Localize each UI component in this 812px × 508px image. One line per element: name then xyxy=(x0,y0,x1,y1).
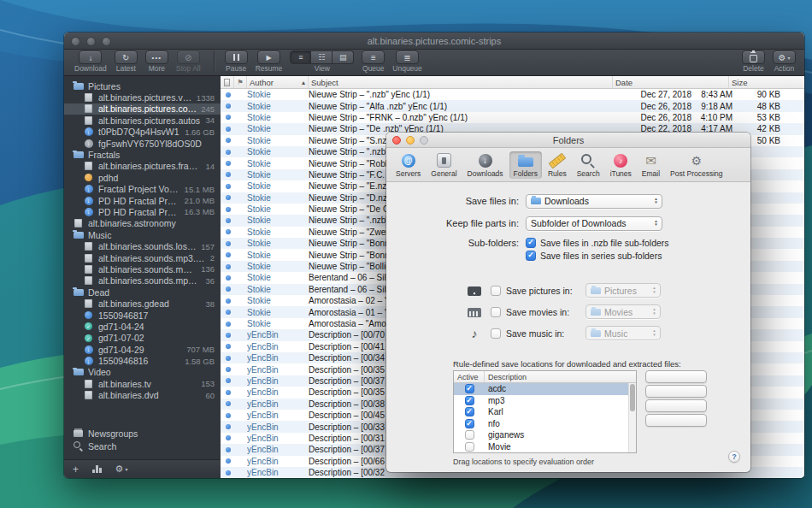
sidebar-item[interactable]: pdhd xyxy=(64,172,221,183)
preferences-tab[interactable]: Email xyxy=(638,151,664,179)
add-button[interactable]: + xyxy=(73,464,79,476)
table-row[interactable]: Stokie Nieuwe Strip – ".nzb" yEnc (1/1) … xyxy=(221,89,804,100)
rule-active-checkbox[interactable] xyxy=(465,442,474,452)
sidebar-item[interactable]: Dead xyxy=(64,286,221,298)
sidebar-item[interactable]: Fractal Project Vol VI 15.1 MB xyxy=(64,184,221,195)
sidebar-item[interactable]: Newsgroups xyxy=(64,427,221,440)
preferences-tab[interactable]: iTunes xyxy=(606,151,636,179)
unqueue-button[interactable]: ≣ Unqueue xyxy=(392,50,422,73)
rule-active-checkbox[interactable] xyxy=(465,430,474,440)
close-button[interactable] xyxy=(71,37,80,46)
keep-parts-popup[interactable]: Subfolder of Downloads ▲▼ xyxy=(526,216,662,231)
sidebar-item[interactable]: Music xyxy=(64,229,221,240)
sidebar-item[interactable]: alt.binaries.tv 153 xyxy=(64,378,221,389)
rule-active-checkbox[interactable] xyxy=(465,396,474,405)
rule-row[interactable]: mp3 xyxy=(454,395,636,407)
rule-row[interactable]: acdc xyxy=(454,383,636,395)
media-folder-popup[interactable]: Pictures ▲▼ xyxy=(585,283,661,298)
subject-column-header[interactable]: Subject xyxy=(309,76,613,88)
rule-action-button[interactable] xyxy=(645,414,707,427)
sidebar-item[interactable]: alt.binaries.gdead 38 xyxy=(64,298,221,309)
rule-row[interactable]: nfo xyxy=(454,418,636,430)
rule-action-button[interactable] xyxy=(645,370,707,383)
preferences-tab[interactable]: Rules xyxy=(544,151,571,179)
resume-button[interactable]: ▶ Resume xyxy=(256,50,283,73)
view-columns-segment[interactable]: ☷ xyxy=(311,50,332,64)
sidebar-item[interactable]: t0PbD7Q4p4HsvW1 1.66 GB xyxy=(64,127,221,138)
sidebar-item[interactable]: alt.binaries.sounds.mp3.rock 36 xyxy=(64,275,221,286)
status-column-header[interactable] xyxy=(221,76,234,88)
sidebar-item[interactable]: alt.binaries.pictures.fractals 14 xyxy=(64,161,221,172)
sidebar-item[interactable]: PD HD Fractal Proj... 21.0 MB xyxy=(64,195,221,206)
rule-action-button[interactable] xyxy=(645,399,707,412)
subfolder-checkbox[interactable] xyxy=(526,238,536,248)
sidebar-item[interactable]: alt.binaries.pictures.comic-st... 245 xyxy=(64,103,221,115)
preferences-tab[interactable]: Search xyxy=(573,151,604,179)
author-column-header[interactable]: Author ▴ xyxy=(247,76,309,88)
minimize-button[interactable] xyxy=(406,136,415,145)
table-row[interactable]: Stokie Nieuwe Strip – "Alfa .nzb" yEnc (… xyxy=(221,100,804,111)
subfolder-checkbox[interactable] xyxy=(526,251,536,261)
media-folder-popup[interactable]: Movies ▲▼ xyxy=(585,304,661,319)
rule-active-checkbox[interactable] xyxy=(465,419,474,428)
latest-button[interactable]: ↻ Latest xyxy=(115,50,138,73)
main-titlebar[interactable]: alt.binaries.pictures.comic-strips xyxy=(64,32,804,50)
sidebar-item[interactable]: 1550946816 1.58 GB xyxy=(64,355,221,366)
more-button[interactable]: ••• More xyxy=(145,50,168,73)
sidebar-item[interactable]: fgFswhVY6750Yl8dOS0D xyxy=(64,138,221,149)
save-files-popup[interactable]: Downloads ▲▼ xyxy=(526,194,662,209)
sidebar-item[interactable]: PD HD Fractal Proj... 16.3 MB xyxy=(64,206,221,217)
media-save-checkbox[interactable] xyxy=(491,286,501,296)
rule-row[interactable]: giganews xyxy=(454,429,636,441)
scrollbar-thumb[interactable] xyxy=(630,384,635,411)
sidebar-item[interactable]: gd71-04-29 707 MB xyxy=(64,344,221,355)
dialog-titlebar[interactable]: Folders xyxy=(386,133,750,148)
stop-all-button[interactable]: ⊘ Stop All xyxy=(176,50,201,73)
minimize-button[interactable] xyxy=(86,37,96,46)
stats-button[interactable] xyxy=(92,465,102,473)
rule-active-checkbox[interactable] xyxy=(465,407,474,416)
view-grid-segment[interactable]: ▤ xyxy=(332,50,354,64)
queue-button[interactable]: ≡ Queue xyxy=(362,50,385,73)
sidebar-item[interactable]: gd71-07-02 xyxy=(64,333,221,344)
sidebar-item[interactable]: Video xyxy=(64,367,221,378)
sidebar-item[interactable]: alt.binaries.sounds.lossless.c... 157 xyxy=(64,240,221,251)
sidebar-item[interactable]: 1550946817 xyxy=(64,310,221,321)
preferences-tab[interactable]: Folders xyxy=(509,151,542,179)
rule-row[interactable]: Karl xyxy=(454,406,636,418)
settings-button[interactable]: ⚙▾ xyxy=(115,464,128,475)
sidebar-item[interactable]: Search xyxy=(64,440,221,452)
delete-button[interactable]: Delete xyxy=(742,50,765,73)
table-row[interactable]: Stokie Nieuwe Strip – "FRNK – 0.nzb" yEn… xyxy=(221,112,804,123)
close-button[interactable] xyxy=(392,136,401,145)
preferences-tab[interactable]: Post Processing xyxy=(666,151,727,179)
rule-table-scrollbar[interactable] xyxy=(628,383,636,452)
rule-active-checkbox[interactable] xyxy=(465,384,474,393)
sidebar-item[interactable]: Fractals xyxy=(64,149,221,160)
date-column-header[interactable]: Date xyxy=(613,76,729,88)
rule-action-button[interactable] xyxy=(645,385,707,398)
sidebar-item[interactable]: alt.binaries.sounds.mp3.1980s 2 xyxy=(64,252,221,263)
flag-column-header[interactable]: ⚑ xyxy=(234,76,247,88)
sidebar-item[interactable]: Pictures xyxy=(64,80,221,92)
view-list-segment[interactable]: ≡ xyxy=(290,50,311,64)
action-button[interactable]: ⚙▾ Action xyxy=(773,50,796,73)
sidebar-item[interactable]: alt.binaries.pictures.autos 34 xyxy=(64,115,221,126)
help-button[interactable]: ? xyxy=(728,451,740,463)
media-save-checkbox[interactable] xyxy=(491,307,501,317)
preferences-tab[interactable]: General xyxy=(427,151,461,179)
preferences-tab[interactable]: Downloads xyxy=(463,151,508,179)
sidebar-item[interactable]: gd71-04-24 xyxy=(64,321,221,332)
download-button[interactable]: ↓ Download xyxy=(74,50,107,73)
sidebar-item[interactable]: alt.binaries.pictures.vintage... 1338 xyxy=(64,92,221,103)
size-column-header[interactable]: Size xyxy=(729,76,804,88)
sidebar-item[interactable]: alt.binaries.sounds.mp3.jazz 136 xyxy=(64,263,221,275)
pause-button[interactable]: Pause xyxy=(225,50,248,73)
sidebar-item[interactable]: alt.binaries.dvd 60 xyxy=(64,390,221,401)
media-save-checkbox[interactable] xyxy=(491,328,501,339)
sidebar-item[interactable]: alt.binaries.astronomy xyxy=(64,218,221,229)
preferences-tab[interactable]: Servers xyxy=(391,151,425,179)
zoom-button[interactable] xyxy=(102,37,111,46)
media-folder-popup[interactable]: Music ▲▼ xyxy=(585,326,661,340)
rule-row[interactable]: Movie xyxy=(454,441,636,453)
